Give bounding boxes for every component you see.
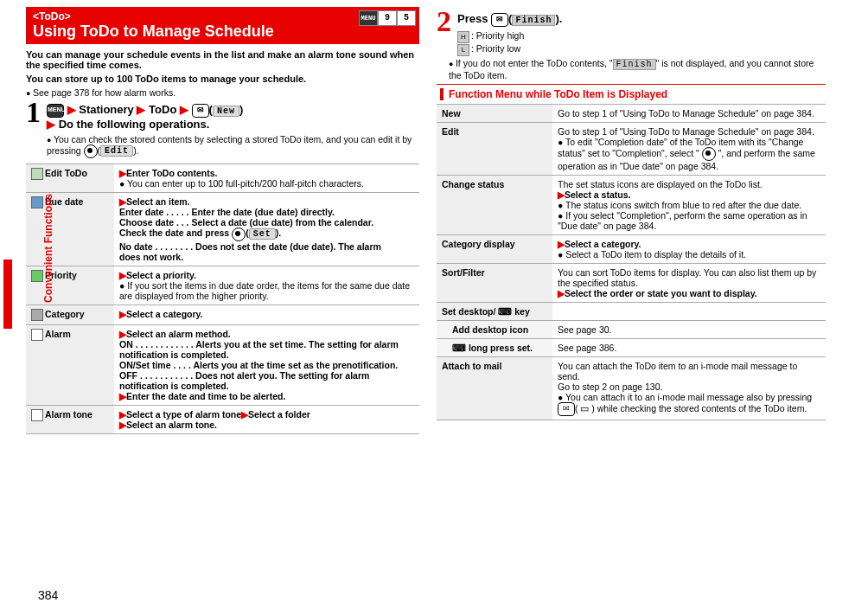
side-label: Convenient Functions	[42, 179, 54, 317]
nav-stationery: Stationery	[79, 103, 134, 116]
side-tab	[3, 260, 12, 329]
nav-todo: ToDo	[149, 103, 176, 116]
prop-value: ▶Select an item.Enter date . . . . . Ent…	[114, 192, 419, 266]
mail-key-icon: ✉	[192, 104, 209, 118]
menu-row: Attach to mailYou can attach the ToDo it…	[437, 357, 826, 420]
prop-icon	[31, 409, 43, 421]
lead-bullet: See page 378 for how alarm works.	[26, 87, 419, 98]
menu-key: Sort/Filter	[437, 264, 552, 303]
menu-key-icon: MENU	[47, 104, 64, 118]
menu-row: ⌨ long press set.See page 386.	[437, 339, 826, 357]
menu-value: You can sort ToDo items for display. You…	[552, 264, 826, 303]
menu-value: Go to step 1 of "Using ToDo to Manage Sc…	[552, 105, 826, 123]
menu-key: Set desktop/ ⌨ key	[437, 303, 552, 321]
step-1-properties-table: Edit ToDo▶Enter ToDo contents.● You can …	[26, 163, 419, 434]
menu-value: You can attach the ToDo item to an i-mod…	[552, 357, 826, 420]
prop-value: ▶Enter ToDo contents.● You can enter up …	[114, 163, 419, 192]
menu-key: Add desktop icon	[437, 321, 552, 339]
priority-high-icon: H	[457, 31, 469, 43]
badge-9: 9	[378, 10, 397, 26]
prop-value: ▶Select an alarm method.ON . . . . . . .…	[114, 324, 419, 405]
prop-key: Due date	[26, 192, 114, 266]
prop-value: ▶Select a priority.● If you sort the ite…	[114, 266, 419, 304]
menu-key: Edit	[437, 123, 552, 176]
prop-key: Alarm	[26, 324, 114, 405]
menu-key: Change status	[437, 176, 552, 235]
finish-softkey-inline: Finish	[613, 59, 656, 70]
step-2-bullet: If you do not enter the ToDo contents, "…	[449, 58, 826, 80]
prop-key: Edit ToDo	[26, 163, 114, 192]
badge-5: 5	[397, 10, 416, 26]
finish-softkey: Finish	[512, 15, 555, 26]
menu-row: Category display▶Select a category.● Sel…	[437, 235, 826, 264]
mail-key-icon: ✉	[491, 13, 508, 27]
menu-key: ⌨ long press set.	[437, 339, 552, 357]
menu-value: ▶Select a category.● Select a ToDo item …	[552, 235, 826, 264]
menu-row: NewGo to step 1 of "Using ToDo to Manage…	[437, 105, 826, 123]
prop-key: Priority	[26, 266, 114, 304]
prop-icon	[31, 329, 43, 341]
prop-row: Alarm tone▶Select a type of alarm tone▶S…	[26, 405, 419, 433]
menu-row: Add desktop iconSee page 30.	[437, 321, 826, 339]
step-2-press: Press	[457, 12, 491, 25]
menu-key: Attach to mail	[437, 357, 552, 420]
menu-key: New	[437, 105, 552, 123]
prop-icon	[31, 270, 43, 282]
prop-row: Alarm▶Select an alarm method.ON . . . . …	[26, 324, 419, 405]
section-kicker: <ToDo>	[33, 10, 412, 22]
step-1-number: 1	[26, 98, 41, 127]
title-notch-icon	[440, 88, 444, 100]
ok-key-icon	[84, 144, 98, 158]
menu-value: See page 386.	[552, 339, 826, 357]
badge-menu: MENU	[359, 10, 378, 26]
prop-value: ▶Select a type of alarm tone▶Select a fo…	[114, 405, 419, 433]
menu-row: Sort/FilterYou can sort ToDo items for d…	[437, 264, 826, 303]
page-number: 384	[38, 588, 58, 602]
header-badges: MENU95	[359, 10, 416, 26]
step-1-instruction: Do the following operations.	[59, 118, 210, 131]
new-softkey: New	[213, 106, 239, 117]
prop-row: Edit ToDo▶Enter ToDo contents.● You can …	[26, 163, 419, 192]
step-1: 1 MENU ▶ Stationery ▶ ToDo ▶ ✉( New ) ▶ …	[26, 103, 419, 131]
arrow-icon: ▶	[180, 103, 188, 116]
prop-icon	[31, 309, 43, 321]
prop-row: Due date▶Select an item.Enter date . . .…	[26, 192, 419, 266]
section-header: MENU95 <ToDo> Using ToDo to Manage Sched…	[26, 7, 419, 44]
lead-1: You can manage your schedule events in t…	[26, 49, 419, 70]
prop-value: ▶Select a category.	[114, 304, 419, 324]
step-2-number: 2	[437, 7, 451, 36]
prop-icon	[31, 196, 43, 208]
priority-legend: H: Priority high L: Priority low	[457, 30, 826, 56]
prop-key: Category	[26, 304, 114, 324]
menu-value	[552, 303, 826, 321]
menu-key: Category display	[437, 235, 552, 264]
prop-row: Category▶Select a category.	[26, 304, 419, 324]
prop-row: Priority▶Select a priority.● If you sort…	[26, 266, 419, 304]
menu-row: Change statusThe set status icons are di…	[437, 176, 826, 235]
menu-value: Go to step 1 of "Using ToDo to Manage Sc…	[552, 123, 826, 176]
menu-row: Set desktop/ ⌨ key	[437, 303, 826, 321]
prop-icon	[31, 168, 43, 180]
step-1-note: You can check the stored contents by sel…	[47, 134, 419, 158]
arrow-icon: ▶	[137, 103, 145, 116]
prop-key: Alarm tone	[26, 405, 114, 433]
priority-low-icon: L	[457, 44, 469, 56]
arrow-icon: ▶	[47, 118, 55, 131]
menu-row: EditGo to step 1 of "Using ToDo to Manag…	[437, 123, 826, 176]
step-2: 2 Press ✉(Finish).	[437, 12, 826, 27]
function-menu-table: NewGo to step 1 of "Using ToDo to Manage…	[437, 104, 826, 420]
function-menu-title: Function Menu while ToDo Item is Display…	[437, 84, 826, 105]
lead-2: You can store up to 100 ToDo items to ma…	[26, 74, 419, 84]
arrow-icon: ▶	[67, 103, 76, 116]
section-title: Using ToDo to Manage Schedule	[33, 22, 412, 41]
edit-softkey: Edit	[100, 145, 133, 157]
menu-value: The set status icons are displayed on th…	[552, 176, 826, 235]
menu-value: See page 30.	[552, 321, 826, 339]
